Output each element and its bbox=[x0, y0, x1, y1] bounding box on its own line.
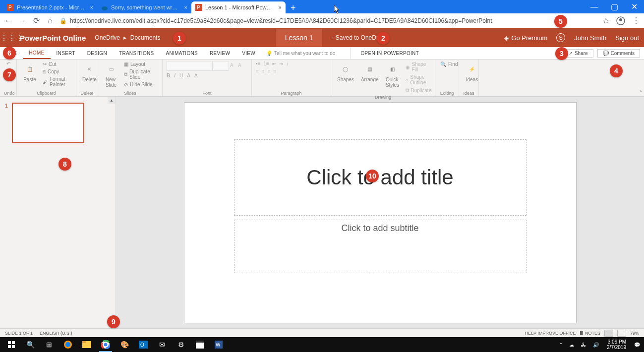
align-right-button[interactable]: ≡ bbox=[268, 68, 271, 74]
tell-me-search[interactable]: 💡 Tell me what you want to do bbox=[266, 51, 335, 56]
collapse-ribbon-icon[interactable]: ˄ bbox=[640, 90, 642, 95]
slide-thumbnail-1[interactable]: 1 bbox=[5, 103, 111, 143]
skype-icon[interactable]: S bbox=[556, 33, 565, 42]
align-center-button[interactable]: ≡ bbox=[262, 68, 265, 74]
normal-view-button[interactable] bbox=[604, 330, 613, 337]
scroll-up-button[interactable]: ▲ bbox=[108, 97, 116, 104]
minimize-button[interactable]: — bbox=[585, 0, 604, 13]
app-launcher-icon[interactable]: ⋮⋮⋮ bbox=[0, 33, 20, 43]
delete-button[interactable]: ✕Delete bbox=[80, 61, 99, 83]
slideshow-view-button[interactable] bbox=[617, 330, 626, 337]
onedrive-tray-icon[interactable]: ☁ bbox=[567, 342, 576, 348]
browser-tab-2[interactable]: P Lesson 1 - Microsoft PowerPoint × bbox=[191, 1, 286, 13]
forward-button[interactable]: → bbox=[18, 16, 27, 25]
notes-button[interactable]: ≣ NOTES bbox=[580, 331, 600, 336]
font-family-select[interactable] bbox=[167, 61, 211, 71]
align-left-button[interactable]: ≡ bbox=[256, 68, 259, 74]
system-clock[interactable]: 3:09 PM 2/7/2019 bbox=[604, 339, 629, 350]
copy-button[interactable]: ⎘Copy bbox=[42, 68, 72, 75]
back-button[interactable]: ← bbox=[4, 16, 13, 25]
highlight-button[interactable]: A bbox=[194, 73, 198, 78]
tab-animations[interactable]: ANIMATIONS bbox=[160, 47, 204, 59]
arrange-button[interactable]: ▤Arrange bbox=[359, 61, 381, 83]
text-direction-button[interactable]: ↕ bbox=[286, 61, 289, 66]
slide-preview[interactable] bbox=[12, 103, 84, 143]
close-icon[interactable]: × bbox=[184, 4, 187, 10]
outlook-icon[interactable]: O bbox=[134, 337, 153, 352]
tray-chevron-icon[interactable]: ˄ bbox=[558, 342, 564, 348]
shapes-button[interactable]: ◯Shapes bbox=[335, 61, 356, 83]
help-improve-link[interactable]: HELP IMPROVE OFFICE bbox=[525, 331, 576, 336]
url-input[interactable]: 🔒 https://onedrive.live.com/edit.aspx?ci… bbox=[59, 17, 597, 24]
chrome-icon[interactable] bbox=[96, 337, 115, 352]
task-view-button[interactable]: ⊞ bbox=[40, 337, 59, 352]
indent-left-button[interactable]: ⇤ bbox=[272, 61, 276, 66]
ideas-button[interactable]: ⚡Ideas bbox=[463, 61, 481, 83]
firefox-icon[interactable] bbox=[59, 337, 77, 352]
comments-button[interactable]: 💬Comments bbox=[597, 49, 640, 58]
word-icon[interactable]: W bbox=[209, 337, 228, 352]
volume-tray-icon[interactable]: 🔊 bbox=[591, 342, 601, 348]
mail-icon[interactable]: ✉ bbox=[153, 337, 172, 352]
calendar-icon[interactable] bbox=[190, 337, 209, 352]
shape-fill-button[interactable]: ◉Shape Fill bbox=[405, 61, 433, 73]
tab-design[interactable]: DESIGN bbox=[81, 47, 113, 59]
home-button[interactable]: ⌂ bbox=[46, 16, 55, 25]
paint-icon[interactable]: 🎨 bbox=[115, 337, 134, 352]
bold-button[interactable]: B bbox=[167, 73, 170, 78]
browser-tab-0[interactable]: P Presentation 2.pptx - Microsoft P × bbox=[3, 1, 97, 13]
format-painter-button[interactable]: 🖌Format Painter bbox=[42, 76, 72, 88]
close-icon[interactable]: × bbox=[90, 4, 93, 10]
reload-button[interactable]: ⟳ bbox=[32, 16, 41, 25]
close-window-button[interactable]: ✕ bbox=[624, 0, 644, 13]
browser-tab-1[interactable]: Sorry, something went wrong - C × bbox=[97, 1, 191, 13]
new-slide-button[interactable]: ▭New Slide bbox=[102, 61, 120, 89]
duplicate-slide-button[interactable]: ⧉Duplicate Slide bbox=[123, 68, 158, 80]
shape-outline-button[interactable]: ○Shape Outline bbox=[405, 74, 433, 86]
slide-counter[interactable]: SLIDE 1 OF 1 bbox=[5, 331, 33, 336]
sign-out-link[interactable]: Sign out bbox=[615, 34, 639, 42]
indent-right-button[interactable]: ⇥ bbox=[279, 61, 283, 66]
slide-canvas-area[interactable]: Click to add title Click to add subtitle bbox=[116, 97, 644, 328]
underline-button[interactable]: U bbox=[179, 73, 183, 78]
title-placeholder[interactable]: Click to add title bbox=[234, 139, 527, 216]
quick-styles-button[interactable]: ◧Quick Styles bbox=[384, 61, 402, 89]
grow-font-icon[interactable]: A bbox=[230, 62, 237, 69]
slide[interactable]: Click to add title Click to add subtitle bbox=[184, 103, 576, 323]
menu-icon[interactable]: ⋮ bbox=[632, 16, 640, 25]
network-tray-icon[interactable]: 🖧 bbox=[579, 342, 588, 348]
new-tab-button[interactable]: + bbox=[286, 3, 301, 13]
file-explorer-icon[interactable] bbox=[77, 337, 96, 352]
document-title[interactable]: Lesson 1 bbox=[276, 29, 322, 47]
find-button[interactable]: 🔍Find bbox=[439, 61, 459, 67]
open-in-powerpoint[interactable]: OPEN IN POWERPOINT bbox=[350, 47, 425, 59]
undo-button[interactable]: ↶ bbox=[6, 61, 10, 66]
layout-button[interactable]: ▦Layout bbox=[123, 61, 158, 67]
account-icon[interactable] bbox=[616, 16, 625, 25]
action-center-icon[interactable]: 💬 bbox=[632, 342, 642, 348]
bullets-button[interactable]: •≡ bbox=[256, 61, 260, 66]
align-justify-button[interactable]: ≡ bbox=[274, 68, 277, 74]
shrink-font-icon[interactable]: A bbox=[238, 62, 245, 69]
tab-review[interactable]: REVIEW bbox=[204, 47, 236, 59]
go-premium-button[interactable]: ◈ Go Premium bbox=[504, 34, 547, 42]
tab-home[interactable]: HOME bbox=[23, 47, 50, 59]
numbering-button[interactable]: 1≡ bbox=[263, 61, 269, 66]
maximize-button[interactable]: ▢ bbox=[604, 0, 624, 13]
duplicate-shape-button[interactable]: ⧉Duplicate bbox=[405, 87, 433, 94]
slide-thumbnail-pane[interactable]: ▲ 1 bbox=[0, 97, 116, 328]
close-icon[interactable]: × bbox=[279, 4, 282, 10]
zoom-level[interactable]: 79% bbox=[630, 331, 639, 336]
language-status[interactable]: ENGLISH (U.S.) bbox=[40, 331, 72, 336]
tab-transitions[interactable]: TRANSITIONS bbox=[113, 47, 160, 59]
font-color-button[interactable]: A bbox=[187, 73, 190, 78]
tab-view[interactable]: VIEW bbox=[236, 47, 261, 59]
paste-button[interactable]: 📋 Paste bbox=[21, 61, 39, 83]
user-name[interactable]: John Smith bbox=[574, 34, 606, 42]
subtitle-placeholder[interactable]: Click to add subtitle bbox=[234, 220, 527, 273]
settings-icon[interactable]: ⚙ bbox=[172, 337, 190, 352]
search-button[interactable]: 🔍 bbox=[21, 337, 40, 352]
breadcrumb[interactable]: OneDrive ▸ Documents bbox=[95, 34, 160, 41]
hide-slide-button[interactable]: ⊘Hide Slide bbox=[123, 81, 158, 88]
italic-button[interactable]: I bbox=[174, 73, 176, 78]
